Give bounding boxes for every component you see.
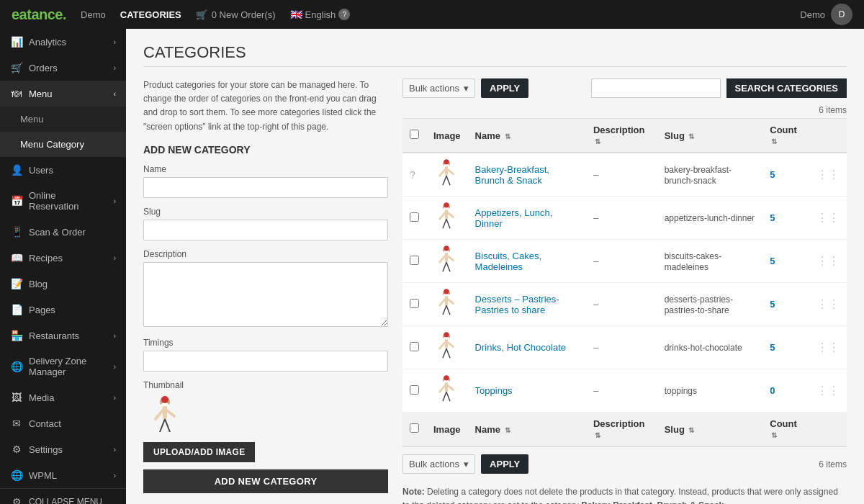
- count-link[interactable]: 5: [770, 256, 775, 266]
- count-link[interactable]: 5: [770, 212, 775, 223]
- sidebar-item-menu[interactable]: 🍽 Menu ‹: [0, 81, 126, 107]
- row-image: [426, 283, 468, 326]
- sidebar-item-scan-order[interactable]: 📱 Scan & Order: [0, 219, 126, 245]
- add-new-category-button[interactable]: ADD NEW CATEGORY: [143, 469, 388, 493]
- apply-button-top[interactable]: APPLY: [481, 78, 528, 98]
- table-row: Biscuits, Cakes, Madeleines – biscuits-c…: [402, 240, 847, 283]
- bulk-actions-select-bottom[interactable]: Bulk actions ▾: [402, 454, 475, 474]
- row-select-checkbox[interactable]: [410, 385, 419, 395]
- sidebar-item-restaurants[interactable]: 🏪 Restaurants ›: [0, 323, 126, 348]
- row-drag-handle[interactable]: ⋮⋮: [809, 326, 847, 369]
- tfoot-checkbox: [402, 413, 426, 447]
- slug-field-group: Slug: [143, 207, 388, 240]
- thumbnail-area: Thumbnail: [143, 380, 388, 462]
- drag-handle-icon[interactable]: ⋮⋮: [816, 168, 840, 181]
- description-input[interactable]: [143, 262, 388, 327]
- drag-handle-icon[interactable]: ⋮⋮: [816, 298, 840, 310]
- sidebar-item-contact[interactable]: ✉ Contact: [0, 410, 126, 436]
- count-link[interactable]: 5: [770, 342, 775, 353]
- settings-icon: ⚙: [10, 444, 23, 455]
- sidebar-item-recipes[interactable]: 📖 Recipes ›: [0, 245, 126, 271]
- sidebar-item-blog[interactable]: 📝 Blog: [0, 271, 126, 297]
- row-slug: drinks-hot-chocolate: [657, 326, 763, 369]
- svg-line-61: [448, 386, 453, 390]
- search-input[interactable]: [591, 78, 721, 98]
- category-name-link[interactable]: Desserts – Pastries-Pastries to share: [475, 294, 559, 315]
- category-name-link[interactable]: Bakery-Breakfast, Brunch & Snack: [475, 164, 549, 186]
- row-drag-handle[interactable]: ⋮⋮: [809, 369, 847, 413]
- drag-handle-icon[interactable]: ⋮⋮: [816, 255, 840, 267]
- item-count-bottom: 6 items: [819, 459, 847, 469]
- row-drag-handle[interactable]: ⋮⋮: [809, 240, 847, 283]
- chevron-down-icon: ▾: [464, 83, 469, 94]
- sidebar-item-online-reservation[interactable]: 📅 Online Reservation ›: [0, 183, 126, 219]
- drag-handle-icon[interactable]: ⋮⋮: [816, 212, 840, 224]
- table-row: Toppings – toppings 0 ⋮⋮: [402, 369, 847, 413]
- note-text: Deleting a category does not delete the …: [402, 487, 838, 504]
- category-name-link[interactable]: Biscuits, Cakes, Madeleines: [475, 251, 541, 272]
- sidebar-item-users[interactable]: 👤 Users: [0, 157, 126, 183]
- logo[interactable]: eatance.: [12, 6, 66, 23]
- users-icon: 👤: [10, 164, 23, 176]
- row-drag-handle[interactable]: ⋮⋮: [809, 283, 847, 326]
- select-all-checkbox[interactable]: [410, 130, 419, 139]
- slug-input[interactable]: [143, 220, 388, 240]
- category-name-link[interactable]: Appetizers, Lunch, Dinner: [475, 207, 553, 229]
- categories-table-panel: Bulk actions ▾ APPLY SEARCH CATEGORIES 6…: [402, 78, 847, 504]
- row-description: –: [586, 326, 657, 369]
- svg-point-53: [444, 332, 449, 337]
- sidebar-item-media[interactable]: 🖼 Media ›: [0, 384, 126, 410]
- row-select-checkbox[interactable]: [410, 256, 419, 265]
- row-drag-handle[interactable]: ⋮⋮: [809, 197, 847, 240]
- sidebar-item-menu-sub[interactable]: Menu: [0, 107, 126, 132]
- analytics-icon: 📊: [10, 36, 23, 48]
- th-checkbox: [402, 119, 426, 153]
- category-name-link[interactable]: Drinks, Hot Chocolate: [475, 342, 566, 353]
- nav-demo[interactable]: Demo: [81, 9, 106, 20]
- collapse-menu-button[interactable]: ⚙ COLLAPSE MENU: [0, 489, 126, 504]
- row-select-checkbox[interactable]: [410, 212, 419, 222]
- name-input[interactable]: [143, 177, 388, 198]
- categories-table: Image Name ⇅ Description ⇅ Slug ⇅ Count …: [402, 118, 847, 447]
- row-drag-handle[interactable]: ⋮⋮: [809, 153, 847, 197]
- drag-handle-icon[interactable]: ⋮⋮: [816, 341, 840, 354]
- row-slug: appetizers-lunch-dinner: [657, 197, 763, 240]
- sidebar-item-analytics[interactable]: 📊 Analytics ›: [0, 29, 126, 55]
- sidebar-item-wpml[interactable]: 🌐 WPML ›: [0, 462, 126, 488]
- select-all-checkbox-bottom[interactable]: [410, 423, 419, 433]
- count-link[interactable]: 5: [770, 169, 775, 180]
- sidebar-item-settings[interactable]: ⚙ Settings ›: [0, 436, 126, 462]
- drag-handle-icon[interactable]: ⋮⋮: [816, 384, 840, 397]
- sidebar-item-delivery-zone[interactable]: 🌐 Delivery Zone Manager ›: [0, 348, 126, 384]
- sidebar-item-menu-category[interactable]: Menu Category: [0, 132, 126, 157]
- page-title: CATEGORIES: [143, 43, 847, 62]
- media-icon: 🖼: [10, 392, 23, 403]
- toolbar-left-bottom: Bulk actions ▾ APPLY: [402, 454, 528, 474]
- menu-submenu: Menu Menu Category: [0, 107, 126, 157]
- row-checkbox: [402, 283, 426, 326]
- chevron-right-icon: ›: [114, 332, 116, 340]
- apply-button-bottom[interactable]: APPLY: [481, 454, 528, 474]
- svg-rect-20: [443, 209, 450, 210]
- row-select-checkbox[interactable]: [410, 342, 419, 351]
- search-categories-button[interactable]: SEARCH CATEGORIES: [726, 78, 847, 98]
- row-slug: biscuits-cakes-madeleines: [657, 240, 763, 283]
- svg-point-62: [444, 375, 449, 380]
- count-link[interactable]: 5: [770, 299, 775, 310]
- sort-icon: ⇅: [505, 132, 510, 140]
- upload-image-button[interactable]: UPLOAD/ADD IMAGE: [143, 442, 255, 462]
- table-row: Desserts – Pastries-Pastries to share – …: [402, 283, 847, 326]
- category-name-link[interactable]: Toppings: [475, 385, 513, 396]
- row-select-checkbox[interactable]: [410, 299, 419, 308]
- timings-input[interactable]: [143, 351, 388, 372]
- tfoot-name: Name ⇅: [468, 413, 586, 447]
- cart-item[interactable]: 🛒 0 New Order(s): [196, 9, 276, 20]
- count-link[interactable]: 0: [770, 385, 775, 396]
- sidebar-item-orders[interactable]: 🛒 Orders ›: [0, 55, 126, 81]
- avatar[interactable]: D: [831, 4, 852, 25]
- nav-categories[interactable]: CATEGORIES: [120, 9, 181, 20]
- language-selector[interactable]: 🇬🇧 English ?: [290, 9, 351, 20]
- svg-line-7: [167, 410, 174, 416]
- sidebar-item-pages[interactable]: 📄 Pages: [0, 297, 126, 323]
- bulk-actions-select[interactable]: Bulk actions ▾: [402, 78, 475, 98]
